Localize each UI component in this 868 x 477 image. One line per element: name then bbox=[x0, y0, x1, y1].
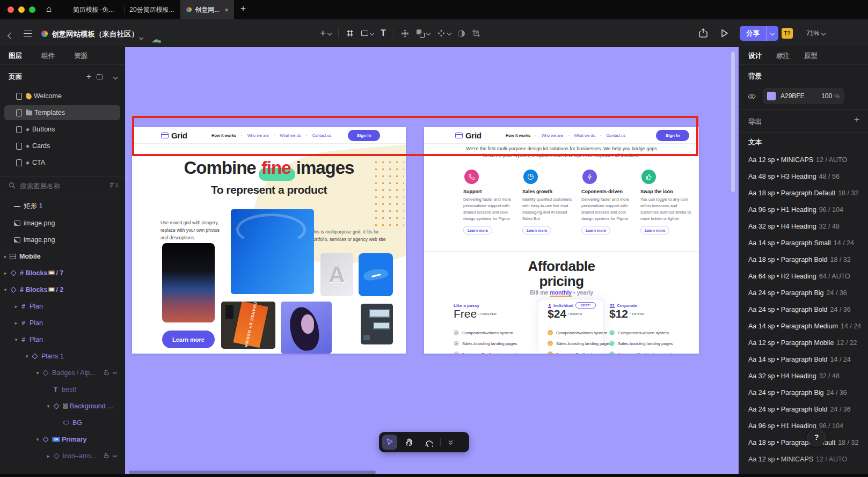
boolean-tool-icon[interactable] bbox=[417, 30, 430, 38]
text-style-item[interactable]: Aa 24 sp • Paragraph Bold24 / 36 bbox=[748, 301, 865, 318]
browser-tab-2[interactable]: 20份简历模板... bbox=[125, 0, 179, 19]
title-dropdown-icon[interactable] bbox=[140, 32, 143, 41]
hidden-eye-icon[interactable] bbox=[112, 452, 118, 460]
text-style-item[interactable]: Aa 12 sp • MINICAPS12 / AUTO bbox=[748, 151, 865, 168]
collapse-arrow-icon[interactable]: ▾ bbox=[33, 437, 42, 442]
document-title[interactable]: 创意网站模板（来自社区） bbox=[52, 30, 138, 39]
close-tab-icon[interactable]: × bbox=[224, 6, 229, 14]
play-icon[interactable] bbox=[719, 28, 730, 41]
tab-prototype[interactable]: 原型 bbox=[804, 52, 818, 61]
close-window-button[interactable] bbox=[8, 6, 14, 13]
collapse-arrow-icon[interactable]: ▾ bbox=[44, 403, 53, 409]
collapse-arrow-icon[interactable]: ▾ bbox=[23, 354, 31, 359]
collapse-pages-icon[interactable] bbox=[114, 73, 117, 80]
layer-row-bg[interactable]: BG bbox=[0, 414, 125, 431]
layer-row-blocks-7[interactable]: ▸# Blocks/ 7 bbox=[0, 265, 125, 281]
back-button[interactable] bbox=[9, 31, 13, 40]
share-dropdown-icon[interactable] bbox=[767, 32, 778, 35]
text-style-item[interactable]: Aa 24 sp • Paragraph Bold24 / 36 bbox=[748, 401, 865, 417]
insert-plus-tool[interactable]: + bbox=[320, 27, 331, 39]
layer-row-mobile[interactable]: ▸Mobile bbox=[0, 248, 125, 265]
layer-row-plans-1[interactable]: ▾Plans 1 bbox=[0, 348, 125, 364]
layer-row-plan[interactable]: ▸#Plan bbox=[0, 298, 125, 314]
unlock-icon[interactable] bbox=[104, 452, 109, 460]
component-tool-icon[interactable] bbox=[437, 29, 451, 38]
text-style-item[interactable]: Aa 48 sp • H3 Heading48 / 56 bbox=[748, 168, 865, 185]
layer-row-blocks-2[interactable]: ▾# Blocks/ 2 bbox=[0, 281, 125, 298]
layer-row-background[interactable]: ▾Background ... bbox=[0, 398, 125, 414]
page-item-cards[interactable]: ◆Cards bbox=[0, 138, 125, 153]
text-style-item[interactable]: Aa 64 sp • H2 Heading64 / AUTO bbox=[748, 268, 865, 284]
export-icon[interactable] bbox=[698, 28, 709, 41]
comment-tool-button[interactable] bbox=[421, 435, 436, 450]
text-style-item[interactable]: Aa 14 sp • Paragraph Bold14 / 24 bbox=[748, 351, 865, 368]
page-item-cta[interactable]: ◆CTA bbox=[0, 155, 125, 170]
fullscreen-window-button[interactable] bbox=[29, 6, 35, 13]
hand-tool-button[interactable] bbox=[402, 435, 417, 450]
color-hex-value[interactable]: A29BFE bbox=[781, 92, 805, 100]
zoom-level-control[interactable]: 71% bbox=[806, 30, 825, 37]
layer-row-icon-arrow[interactable]: ▸icon–arro... bbox=[0, 447, 125, 464]
text-style-item[interactable]: Aa 24 sp • Paragraph Big24 / 36 bbox=[748, 284, 865, 301]
expand-arrow-icon[interactable]: ▸ bbox=[12, 304, 20, 309]
color-swatch[interactable] bbox=[767, 92, 776, 100]
add-page-button[interactable]: + bbox=[86, 72, 91, 82]
tab-components[interactable]: 组件 bbox=[41, 52, 55, 61]
tab-annotate[interactable]: 标注 bbox=[776, 52, 790, 61]
text-style-item[interactable]: Aa 14 sp • Paragraph Small14 / 24 bbox=[748, 234, 865, 251]
mockup-grid-landing-2[interactable]: Grid How it works· Who we are· What we d… bbox=[424, 127, 699, 354]
page-item-buttons[interactable]: ◆Buttons bbox=[0, 122, 125, 137]
page-item-templates[interactable]: Templates bbox=[0, 105, 125, 120]
collapse-toolbar-button[interactable] bbox=[445, 435, 456, 450]
opacity-value[interactable]: 100 bbox=[821, 92, 832, 100]
expand-arrow-icon[interactable]: ▸ bbox=[1, 270, 10, 276]
tab-layers[interactable]: 图层 bbox=[9, 52, 22, 61]
text-style-item[interactable]: Aa 32 sp • H4 Heading32 / 48 bbox=[748, 368, 865, 384]
new-tab-button[interactable]: + bbox=[240, 3, 246, 14]
add-export-button[interactable]: + bbox=[854, 114, 859, 125]
home-icon[interactable]: ⌂ bbox=[46, 4, 52, 14]
expand-arrow-icon[interactable]: ▸ bbox=[44, 453, 53, 459]
tab-design[interactable]: 设计 bbox=[748, 52, 762, 61]
cloud-sync-icon[interactable]: ☁ bbox=[151, 35, 160, 44]
text-style-item[interactable]: Aa 96 sp • H1 Heading96 / 104 bbox=[748, 417, 865, 434]
layer-row-image[interactable]: image.png bbox=[0, 231, 125, 248]
select-tool-button[interactable] bbox=[382, 435, 397, 450]
tab-resources[interactable]: 资源 bbox=[74, 52, 87, 61]
browser-tab-active[interactable]: 创意网... × bbox=[180, 0, 234, 19]
page-item-welcome[interactable]: Welcome bbox=[0, 89, 125, 104]
text-style-item[interactable]: Aa 96 sp • H1 Heading96 / 104 bbox=[748, 201, 865, 218]
unlock-icon[interactable] bbox=[104, 369, 109, 377]
text-style-item[interactable]: Aa 24 sp • Paragraph Big24 / 36 bbox=[748, 384, 865, 401]
browser-tab-1[interactable]: 简历模板–免... bbox=[63, 0, 123, 19]
text-style-item[interactable]: Aa 18 sp • Paragraph Bold18 / 32 bbox=[748, 251, 865, 268]
search-input[interactable] bbox=[20, 182, 110, 190]
crop-tool-icon[interactable] bbox=[472, 29, 480, 38]
text-style-item[interactable]: Aa 14 sp • Paragraph Medium14 / 24 bbox=[748, 318, 865, 334]
shape-tool-icon[interactable] bbox=[361, 31, 374, 36]
collapse-arrow-icon[interactable]: ▾ bbox=[1, 287, 10, 292]
text-tool-icon[interactable]: T bbox=[381, 28, 386, 38]
main-menu-icon[interactable] bbox=[24, 31, 32, 36]
page-folder-icon[interactable] bbox=[97, 75, 103, 79]
eye-icon[interactable] bbox=[748, 92, 756, 102]
frame-tool-icon[interactable] bbox=[346, 29, 354, 38]
minimize-window-button[interactable] bbox=[18, 6, 25, 13]
sort-layers-icon[interactable] bbox=[110, 182, 118, 190]
collapse-arrow-icon[interactable]: ▾ bbox=[33, 370, 42, 376]
layer-row-plan[interactable]: ▾#Plan bbox=[0, 331, 125, 348]
text-style-item[interactable]: Aa 32 sp • H4 Heading32 / 48 bbox=[748, 218, 865, 234]
expand-arrow-icon[interactable]: ▸ bbox=[1, 254, 10, 259]
text-style-item[interactable]: Aa 18 sp • Paragraph Default18 / 32 bbox=[748, 185, 865, 201]
layer-row-badges[interactable]: ▾Badges / Alp... bbox=[0, 364, 125, 381]
layer-row-image[interactable]: image.png bbox=[0, 215, 125, 231]
text-style-item[interactable]: Aa 12 sp • Paragraph Mobile12 / 22 bbox=[748, 334, 865, 351]
layer-row-rectangle[interactable]: 矩形 1 bbox=[0, 198, 125, 215]
vertical-scrollbar[interactable] bbox=[731, 52, 735, 192]
annotation-rectangle[interactable] bbox=[132, 116, 698, 156]
background-color-field[interactable]: A29BFE 100 % bbox=[763, 88, 844, 104]
plugin-badge[interactable]: T? bbox=[782, 28, 793, 39]
expand-arrow-icon[interactable]: ▸ bbox=[12, 320, 20, 326]
hidden-eye-icon[interactable] bbox=[112, 369, 118, 377]
text-style-item[interactable]: Aa 12 sp • MINICAPS12 / AUTO bbox=[748, 451, 865, 467]
